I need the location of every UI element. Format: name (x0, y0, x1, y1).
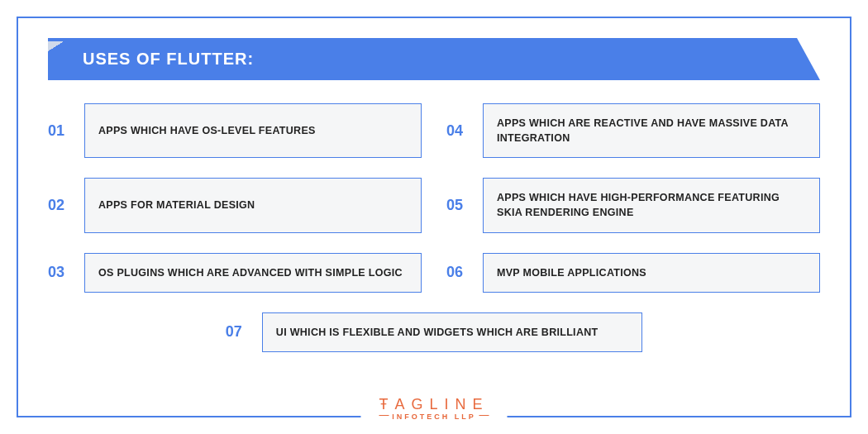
item-card: UI WHICH IS FLEXIBLE AND WIDGETS WHICH A… (262, 312, 642, 352)
item-card: MVP MOBILE APPLICATIONS (483, 253, 820, 293)
infographic-container: USES OF FLUTTER: 01 APPS WHICH HAVE OS-L… (17, 17, 851, 417)
logo-text-top: ŦAGLINE (379, 396, 489, 413)
item-card: APPS WHICH HAVE OS-LEVEL FEATURES (84, 103, 422, 158)
item-number: 05 (446, 178, 483, 232)
list-item: 06 MVP MOBILE APPLICATIONS (446, 253, 820, 293)
item-number: 04 (446, 103, 483, 158)
item-card: APPS FOR MATERIAL DESIGN (84, 178, 422, 232)
item-number: 03 (48, 253, 84, 293)
item-card: OS PLUGINS WHICH ARE ADVANCED WITH SIMPL… (84, 253, 422, 293)
logo-text-bottom: INFOTECH LLP (389, 413, 479, 421)
item-number: 07 (226, 312, 262, 352)
center-row: 07 UI WHICH IS FLEXIBLE AND WIDGETS WHIC… (48, 312, 820, 352)
list-item: 01 APPS WHICH HAVE OS-LEVEL FEATURES (48, 103, 422, 158)
list-item: 05 APPS WHICH HAVE HIGH-PERFORMANCE FEAT… (446, 178, 820, 232)
list-item: 04 APPS WHICH ARE REACTIVE AND HAVE MASS… (446, 103, 820, 158)
page-title: USES OF FLUTTER: (48, 38, 820, 80)
item-number: 01 (48, 103, 84, 158)
logo-divider: INFOTECH LLP (379, 415, 489, 416)
brand-logo: ŦAGLINE INFOTECH LLP (360, 396, 507, 417)
list-item: 02 APPS FOR MATERIAL DESIGN (48, 178, 422, 232)
list-item: 03 OS PLUGINS WHICH ARE ADVANCED WITH SI… (48, 253, 422, 293)
items-grid: 01 APPS WHICH HAVE OS-LEVEL FEATURES 04 … (48, 103, 820, 293)
item-card: APPS WHICH HAVE HIGH-PERFORMANCE FEATURI… (483, 178, 820, 232)
list-item: 07 UI WHICH IS FLEXIBLE AND WIDGETS WHIC… (226, 312, 642, 352)
item-number: 06 (446, 253, 483, 293)
item-number: 02 (48, 178, 84, 232)
item-card: APPS WHICH ARE REACTIVE AND HAVE MASSIVE… (483, 103, 820, 158)
